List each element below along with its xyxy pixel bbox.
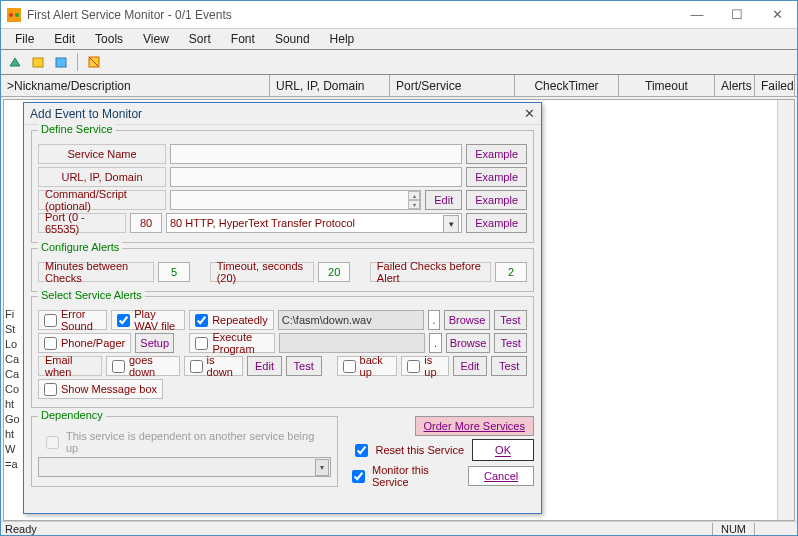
col-failed[interactable]: Failed	[755, 75, 795, 96]
add-event-dialog: Add Event to Monitor ✕ Define Service Se…	[23, 102, 542, 514]
browse-button-1[interactable]: Browse	[444, 310, 490, 330]
toolbar-separator	[77, 53, 78, 71]
exec-input[interactable]	[279, 333, 425, 353]
url-label: URL, IP, Domain	[38, 167, 166, 187]
configure-alerts-group: Configure Alerts Minutes between Checks …	[31, 248, 534, 292]
port-select[interactable]: 80 HTTP, HyperText Transfer Protocol	[166, 213, 462, 233]
browse-button-2[interactable]: Browse	[446, 333, 491, 353]
col-nickname[interactable]: >Nickname/Description	[1, 75, 270, 96]
col-timeout[interactable]: Timeout	[619, 75, 715, 96]
command-label: Command/Script (optional)	[38, 190, 166, 210]
menu-file[interactable]: File	[5, 30, 44, 48]
example-button-1[interactable]: Example	[466, 144, 527, 164]
goes-down-check[interactable]: goes down	[106, 356, 180, 376]
wav-path-input[interactable]	[278, 310, 424, 330]
minutes-input[interactable]	[158, 262, 190, 282]
bottom-area: Dependency This service is dependent on …	[31, 410, 534, 491]
monitor-service-check[interactable]: Monitor this Service	[344, 464, 464, 488]
wav-dots-button[interactable]: .	[428, 310, 441, 330]
svg-point-2	[15, 13, 19, 17]
port-label: Port (0 - 65535)	[38, 213, 126, 233]
window-controls: — ☐ ✕	[677, 1, 797, 29]
error-sound-check[interactable]: Error Sound	[38, 310, 107, 330]
test-email-up-button[interactable]: Test	[491, 356, 527, 376]
toolbar-button-3[interactable]	[51, 52, 71, 72]
is-down-check[interactable]: is down	[184, 356, 244, 376]
back-up-check[interactable]: back up	[337, 356, 398, 376]
side-truncated-text: Fi St Lo Ca Ca Co ht Go ht W =a	[5, 307, 21, 472]
menu-view[interactable]: View	[133, 30, 179, 48]
toolbar-button-2[interactable]	[28, 52, 48, 72]
dialog-close-icon[interactable]: ✕	[524, 106, 535, 121]
port-select-text: 80 HTTP, HyperText Transfer Protocol	[170, 217, 355, 229]
titlebar: First Alert Service Monitor - 0/1 Events…	[1, 1, 797, 29]
svg-rect-4	[56, 58, 66, 67]
menu-sort[interactable]: Sort	[179, 30, 221, 48]
edit-email-up-button[interactable]: Edit	[453, 356, 488, 376]
col-port[interactable]: Port/Service	[390, 75, 515, 96]
toolbar-button-1[interactable]	[5, 52, 25, 72]
reset-service-check[interactable]: Reset this Service	[347, 441, 468, 460]
test-button-2[interactable]: Test	[494, 333, 527, 353]
select-legend: Select Service Alerts	[38, 289, 145, 301]
play-wav-check[interactable]: Play WAV file	[111, 310, 185, 330]
phone-pager-check[interactable]: Phone/Pager	[38, 333, 131, 353]
timeout-input[interactable]	[318, 262, 350, 282]
service-name-label: Service Name	[38, 144, 166, 164]
dependency-group: Dependency This service is dependent on …	[31, 416, 338, 487]
minimize-button[interactable]: —	[677, 1, 717, 29]
toolbar	[1, 49, 797, 75]
menubar: File Edit Tools View Sort Font Sound Hel…	[1, 29, 797, 49]
status-num: NUM	[712, 523, 755, 535]
failed-label: Failed Checks before Alert	[370, 262, 491, 282]
app-icon	[7, 8, 21, 22]
menu-tools[interactable]: Tools	[85, 30, 133, 48]
test-email-down-button[interactable]: Test	[286, 356, 322, 376]
menu-font[interactable]: Font	[221, 30, 265, 48]
minutes-label: Minutes between Checks	[38, 262, 154, 282]
define-service-group: Define Service Service Name Example URL,…	[31, 130, 534, 243]
dependency-check[interactable]: This service is dependent on another ser…	[38, 430, 331, 454]
order-more-services-button[interactable]: Order More Services	[415, 416, 534, 436]
dependency-legend: Dependency	[38, 409, 106, 421]
example-button-4[interactable]: Example	[466, 213, 527, 233]
define-legend: Define Service	[38, 123, 116, 135]
edit-email-down-button[interactable]: Edit	[247, 356, 282, 376]
example-button-3[interactable]: Example	[466, 190, 527, 210]
select-alerts-group: Select Service Alerts Error Sound Play W…	[31, 296, 534, 408]
url-input[interactable]	[170, 167, 462, 187]
failed-input[interactable]	[495, 262, 527, 282]
command-input-wrap: ▴▾	[170, 190, 421, 210]
menu-help[interactable]: Help	[320, 30, 365, 48]
close-button[interactable]: ✕	[757, 1, 797, 29]
col-url[interactable]: URL, IP, Domain	[270, 75, 390, 96]
command-spin[interactable]: ▴▾	[408, 191, 420, 209]
status-bar: Ready NUM	[1, 521, 797, 535]
dialog-title: Add Event to Monitor	[30, 107, 142, 121]
port-input[interactable]	[130, 213, 162, 233]
maximize-button[interactable]: ☐	[717, 1, 757, 29]
window-title: First Alert Service Monitor - 0/1 Events	[27, 8, 232, 22]
col-alerts[interactable]: Alerts	[715, 75, 755, 96]
menu-edit[interactable]: Edit	[44, 30, 85, 48]
is-up-check[interactable]: is up	[401, 356, 448, 376]
setup-button[interactable]: Setup	[135, 333, 174, 353]
show-message-box-check[interactable]: Show Message box	[38, 379, 163, 399]
svg-point-1	[9, 13, 13, 17]
menu-sound[interactable]: Sound	[265, 30, 320, 48]
example-button-2[interactable]: Example	[466, 167, 527, 187]
ok-button[interactable]: OK	[472, 439, 534, 461]
execute-program-check[interactable]: Execute Program	[189, 333, 275, 353]
cancel-button[interactable]: Cancel	[468, 466, 534, 486]
test-button-1[interactable]: Test	[494, 310, 527, 330]
repeatedly-check[interactable]: Repeatedly	[189, 310, 274, 330]
timeout-label: Timeout, seconds (20)	[210, 262, 315, 282]
edit-command-button[interactable]: Edit	[425, 190, 462, 210]
dependency-select[interactable]: ▾	[38, 457, 331, 477]
command-input[interactable]	[170, 190, 421, 210]
col-checktimer[interactable]: CheckTimer	[515, 75, 619, 96]
status-ready: Ready	[1, 523, 37, 535]
toolbar-button-4[interactable]	[84, 52, 104, 72]
service-name-input[interactable]	[170, 144, 462, 164]
exec-dots-button[interactable]: .	[429, 333, 441, 353]
